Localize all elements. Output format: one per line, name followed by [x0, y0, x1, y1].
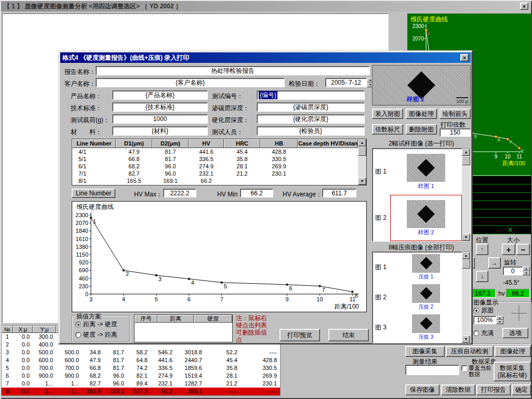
table-row[interactable]: 60.0900.0900.068.296.082.1274.91519.428.…	[2, 372, 280, 380]
table-cell: 1...	[33, 380, 56, 388]
material-field[interactable]: {材料}	[112, 126, 208, 136]
table-row[interactable]: 40.0600.0600.047.981.764.8441.62440.745.…	[2, 356, 280, 364]
list-item[interactable]: 图 3压痕 3	[373, 312, 462, 342]
product-name-field[interactable]: {产品名称}	[112, 90, 208, 100]
zoom-spinner[interactable]: ▲ ▼	[496, 316, 503, 324]
scrollbar[interactable]: ▲▼	[462, 149, 470, 241]
print-report-button[interactable]: 打印报告	[476, 384, 511, 395]
dialog-image-process-button[interactable]: 图像处理	[406, 109, 437, 119]
table-cell: 230.1	[241, 380, 280, 388]
hv-max-field[interactable]: 2222.2	[163, 189, 196, 197]
draw-arrow-button[interactable]: 绘制箭头	[440, 109, 471, 119]
inspect-date-field[interactable]: 2005- 7-12	[325, 78, 367, 87]
window-close-button[interactable]: ×	[520, 3, 528, 10]
table-cell: 66.8	[116, 155, 152, 163]
measure-result-field[interactable]	[405, 365, 459, 375]
scroll-up-icon[interactable]: ▲	[462, 149, 470, 156]
list-item[interactable]: 图 2压痕 2	[373, 282, 462, 312]
spin-down-icon[interactable]: ▼	[496, 320, 503, 324]
scrollbar[interactable]: ▲▼	[358, 139, 366, 185]
hardened-depth-field[interactable]: {硬化层深度}	[257, 114, 365, 124]
print-scale-field[interactable]: 150	[440, 128, 471, 137]
scale-ruler-button[interactable]: 倍数标尺	[372, 124, 403, 135]
svg-text:距离/100: 距离/100	[502, 160, 525, 166]
load-attachment-button[interactable]: 装入附图	[372, 109, 403, 119]
table-row[interactable]: 50.0700.0700.066.881.774.2336.51859.635.…	[2, 364, 280, 372]
list-item[interactable]: 图 1压痕 1	[373, 252, 462, 282]
svg-text:7: 7	[509, 140, 512, 145]
clear-data-button[interactable]: 清除数据	[441, 384, 475, 395]
diagonal-value: 167.3	[475, 290, 490, 297]
ok-button[interactable]: 确定	[512, 384, 531, 395]
dialog-close-button[interactable]: ×	[460, 54, 469, 61]
carburized-depth-field[interactable]: {渗碳层深度}	[257, 102, 365, 112]
table-row[interactable]: 5/166.881.7336.535.8330.5	[72, 155, 358, 163]
display-fill-radio[interactable]: 充满	[473, 329, 494, 338]
scrollbar-thumb[interactable]	[462, 259, 470, 269]
overwrite-checkbox-row[interactable]: 覆盖当前数据	[461, 365, 493, 377]
svg-text:4: 4	[191, 280, 194, 286]
thumbnail-cell: 样图 1	[390, 149, 462, 195]
table-cell: 64.8	[127, 356, 151, 364]
tester-field[interactable]: {检验员}	[257, 126, 365, 136]
options-button[interactable]: 选项	[502, 328, 528, 338]
test-number-field[interactable]: {编号}	[257, 90, 365, 100]
scroll-up-icon[interactable]: ▲	[462, 252, 470, 259]
hv-min-field[interactable]: 66.2	[240, 189, 273, 197]
hv-average-field[interactable]: 611.7	[322, 189, 356, 197]
interp-hardness-to-distance-radio[interactable]: 硬度 -> 距离	[75, 330, 117, 339]
size-increase-button[interactable]: +	[502, 244, 515, 255]
auto-detect-button[interactable]: 压痕自动检测	[446, 346, 494, 357]
overwrite-checkbox-label: 覆盖当前数据	[469, 365, 493, 377]
spin-up-icon[interactable]: ▲	[496, 316, 503, 320]
list-item[interactable]: 图 1样图 1	[373, 149, 462, 195]
end-button[interactable]: 结束	[328, 329, 369, 341]
checkbox-icon[interactable]	[461, 365, 467, 371]
table-row[interactable]: 4/147.981.7441.645.4428.8	[72, 148, 358, 155]
report-name-field[interactable]: 热处理检验报告	[96, 66, 370, 75]
table-row[interactable]: 7/182.796.0232.121.2230.1	[72, 170, 358, 177]
scroll-down-icon[interactable]: ▼	[462, 336, 470, 343]
spin-up-icon[interactable]: ▲	[523, 267, 530, 271]
rotate-value-field[interactable]: 0	[503, 267, 523, 275]
table-row[interactable]: 8/1165.5169.166.2	[72, 177, 358, 184]
sample-thumbnail	[412, 314, 440, 333]
sample-image[interactable]: 样图 2 100 μ	[372, 65, 471, 105]
image-process-button[interactable]: 图像处理	[495, 346, 531, 357]
list-item[interactable]: 图 2样图 2	[373, 195, 462, 241]
spin-down-icon[interactable]: ▼	[523, 271, 530, 276]
customer-name-field[interactable]: {客户名称}	[96, 78, 285, 87]
line-number-button[interactable]: Line Number	[72, 189, 115, 198]
size-decrease-button[interactable]: −	[516, 244, 530, 255]
save-image-button[interactable]: 保存图像	[405, 384, 440, 395]
rotate-spinner[interactable]: ▲ ▼	[523, 267, 530, 275]
image-capture-button[interactable]: 图像采集	[405, 346, 445, 357]
display-original-radio[interactable]: 原图	[473, 306, 494, 315]
image-display-group: 图像显示 原图 100% ▲ ▼ 充满 选项	[469, 301, 531, 344]
scroll-down-icon[interactable]: ▼	[462, 234, 470, 241]
delete-attachment-button[interactable]: 删除附图	[406, 124, 437, 135]
scrollbar-thumb[interactable]	[358, 147, 366, 156]
scroll-down-icon[interactable]: ▼	[358, 178, 366, 185]
sample-thumbnail	[412, 254, 440, 273]
thumbnail-caption: 样图 2	[418, 229, 434, 236]
table-cell: 232.1	[189, 170, 224, 177]
scrollbar[interactable]: ▲▼	[462, 252, 470, 343]
move-down-button[interactable]: ↓	[476, 271, 488, 282]
table-row[interactable]: 6/168.296.0274.928.1269.9	[72, 163, 358, 170]
interp-table-body[interactable]	[135, 323, 232, 342]
table-cell: 428.8	[241, 356, 280, 364]
tech-standard-field[interactable]: {技术标准}	[112, 102, 208, 112]
test-load-field[interactable]: 1000	[112, 114, 208, 124]
zoom-value-field[interactable]: 100%	[473, 316, 496, 324]
table-row[interactable]: 30.0500.0500.034.881.758.2546.23018.852.…	[2, 349, 280, 356]
table-row[interactable]: 70.01...1...82.796.089.4232.11282.721.22…	[2, 380, 280, 388]
print-preview-button[interactable]: 打印预览	[280, 329, 320, 341]
scrollbar-thumb[interactable]	[462, 156, 470, 165]
table-row[interactable]: 80.01...1...165.5169.1167.366.2366.1----…	[2, 388, 280, 395]
move-right-button[interactable]: →	[488, 257, 501, 269]
data-acquire-button[interactable]: 数据采集 (鼠标右键)	[494, 362, 531, 381]
move-up-button[interactable]: ↑	[476, 244, 488, 255]
scroll-up-icon[interactable]: ▲	[358, 139, 366, 147]
interp-distance-to-hardness-radio[interactable]: 距离 -> 硬度	[75, 320, 117, 329]
